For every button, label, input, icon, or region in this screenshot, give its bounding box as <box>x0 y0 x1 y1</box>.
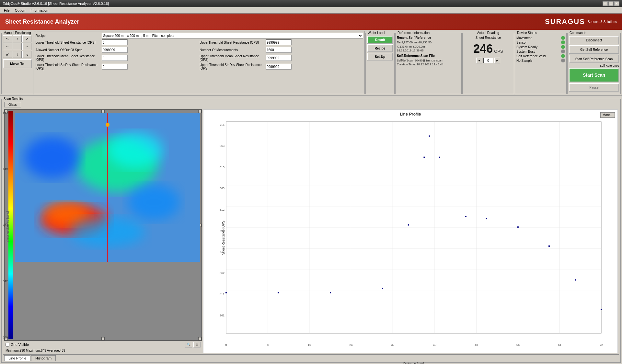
svg-rect-64 <box>486 218 487 219</box>
minimize-button[interactable]: ─ <box>603 1 608 6</box>
nav-next[interactable]: ► <box>494 58 500 63</box>
reference-info-title: Reference Information <box>397 31 430 35</box>
svg-text:261: 261 <box>220 314 225 317</box>
reading-nav: ◄ ► <box>464 58 513 63</box>
colorbar-label-min: 238 <box>3 336 8 339</box>
heatmap-svg <box>15 113 200 262</box>
field-input-6[interactable] <box>102 64 128 70</box>
commands-title: Commands <box>569 31 587 35</box>
field-label-3: Number Of Measurements <box>200 48 264 52</box>
field-input-7[interactable] <box>266 64 292 70</box>
svg-rect-68 <box>601 309 602 310</box>
arrow-sw[interactable]: ↙ <box>3 51 12 58</box>
field-input-2[interactable] <box>102 47 128 53</box>
heatmap-y-label: Sheet Resistance [OPS] <box>6 211 9 242</box>
field-input-0[interactable] <box>102 39 128 45</box>
bottom-tabs: Line Profile Histogram <box>3 354 619 362</box>
glass-tab[interactable]: Glass <box>4 102 21 107</box>
svg-text:Distance [mm]: Distance [mm] <box>403 362 424 364</box>
pause-button[interactable]: Pause <box>569 83 619 92</box>
tab-line-profile[interactable]: Line Profile <box>4 355 30 361</box>
resize-handle-br[interactable] <box>198 337 202 340</box>
arrow-se[interactable]: ↘ <box>22 51 31 58</box>
grid-visible-label: Grid Visible <box>11 343 29 347</box>
menu-information[interactable]: Information <box>28 8 51 13</box>
wafer-label-panel: Wafer Label Result Recipe Set-Up <box>365 31 395 94</box>
svg-text:48: 48 <box>475 343 478 347</box>
field-input-5[interactable] <box>266 55 292 61</box>
field-input-3[interactable] <box>266 47 292 53</box>
get-self-ref-button[interactable]: Get Self Reference <box>569 45 619 54</box>
start-self-ref-scan-button[interactable]: Start Self Reference Scan <box>569 55 619 63</box>
wafer-recipe-button[interactable]: Recipe <box>367 44 393 52</box>
heatmap-settings-button[interactable]: ⚙ <box>193 342 201 347</box>
arrow-n[interactable]: ↑ <box>13 35 22 42</box>
self-reference-label: Self Reference <box>569 64 619 67</box>
wafer-result-button[interactable]: Result <box>367 36 393 44</box>
status-row-sensor: Sensor <box>516 40 565 44</box>
reading-label: Sheet Resistance <box>464 36 513 39</box>
tab-histogram[interactable]: Histogram <box>31 355 56 361</box>
scan-content: 653 549 446 342 238 Sheet Resistan <box>3 108 619 354</box>
disconnect-button[interactable]: Disconnect <box>569 36 619 44</box>
recipe-select[interactable]: Square 200 mm x 200 mm, 5 mm Pitch, comp… <box>102 33 363 39</box>
svg-text:64: 64 <box>558 343 561 347</box>
menu-option[interactable]: Option <box>12 8 28 13</box>
ref-line2: X:131.0mm Y:300.0mm <box>397 45 460 49</box>
resize-handle-bc[interactable] <box>101 337 105 340</box>
maximize-button[interactable]: □ <box>608 1 614 6</box>
recipe-panel: Recipe Square 200 mm x 200 mm, 5 mm Pitc… <box>34 31 365 94</box>
svg-text:72: 72 <box>600 343 603 347</box>
svg-rect-67 <box>575 279 576 281</box>
arrow-ne[interactable]: ↗ <box>22 35 31 42</box>
svg-rect-59 <box>408 224 409 226</box>
heatmap-container: 653 549 446 342 238 Sheet Resistan <box>4 109 202 341</box>
arrow-e[interactable]: → <box>22 43 31 50</box>
arrow-w[interactable]: ← <box>3 43 12 50</box>
arrow-nw[interactable]: ↖ <box>3 35 12 42</box>
field-input-1[interactable] <box>266 39 292 45</box>
logo: SURAGUS Sensors & Solutions <box>545 17 617 26</box>
reading-value: 246 <box>473 42 493 56</box>
ref-file-date: Creation Time: 18.12.2019 12:43:44 <box>397 62 460 67</box>
field-label-1: UpperThreshold Sheet Resistance [OPS] <box>200 41 264 44</box>
close-button[interactable]: ✕ <box>614 1 619 6</box>
svg-rect-65 <box>517 226 519 228</box>
arrow-center[interactable] <box>13 43 22 50</box>
more-button[interactable]: More... <box>600 112 615 118</box>
resize-handle-tc[interactable] <box>101 110 105 113</box>
status-no-sample-label: No Sample <box>516 59 532 62</box>
ref-subtitle: Recent Self Reference <box>397 36 460 39</box>
menu-file[interactable]: File <box>1 8 12 13</box>
field-input-4[interactable] <box>102 55 128 61</box>
field-label-0: Lower Threshold Sheet Resistance [OPS] <box>36 41 100 44</box>
svg-rect-60 <box>423 157 425 158</box>
status-movement-dot <box>561 36 565 40</box>
resize-handle-tr[interactable] <box>198 110 202 113</box>
y-axis-label: Sheet Resistance [OPS] <box>222 220 225 255</box>
grid-visible-checkbox[interactable] <box>6 343 9 347</box>
field-label-5: Upper Threshold Mean Sheet Resistance [O… <box>200 54 264 61</box>
heatmap-stats: Minimum:290 Maximum:649 Average:469 <box>4 348 202 353</box>
chart-area: Sheet Resistance [OPS] <box>203 118 617 353</box>
manual-positioning-panel: Manual Positioning ↖ ↑ ↗ ← → ↙ ↓ ↘ Move … <box>1 31 33 94</box>
device-status-title: Device Status <box>516 31 538 35</box>
status-system-ready-label: System Ready <box>516 45 537 49</box>
reading-unit: OPS <box>494 49 503 54</box>
colorbar-label-4: 342 <box>3 280 8 283</box>
top-panel: Manual Positioning ↖ ↑ ↗ ← → ↙ ↓ ↘ Move … <box>0 30 622 96</box>
ref-line3: 18.12.2019 12:36:05 <box>397 49 460 53</box>
move-to-button[interactable]: Move To <box>3 59 32 68</box>
line-profile-panel: Line Profile More... Sheet Resistance [O… <box>203 109 618 353</box>
window-controls[interactable]: ─ □ ✕ <box>603 1 619 6</box>
field-label-4: Lower Threshold Mean Sheet Resistance [O… <box>36 54 100 61</box>
nav-prev[interactable]: ◄ <box>476 58 482 63</box>
arrow-s[interactable]: ↓ <box>13 51 22 58</box>
wafer-setup-button[interactable]: Set-Up <box>367 53 393 61</box>
svg-text:56: 56 <box>516 343 520 347</box>
app-header: Sheet Resistance Analyzer SURAGUS Sensor… <box>0 14 622 30</box>
nav-input[interactable] <box>483 58 493 63</box>
heatmap-zoom-button[interactable]: 🔍 <box>185 342 192 347</box>
svg-text:563: 563 <box>220 187 225 190</box>
start-scan-button[interactable]: Start Scan <box>569 68 619 82</box>
